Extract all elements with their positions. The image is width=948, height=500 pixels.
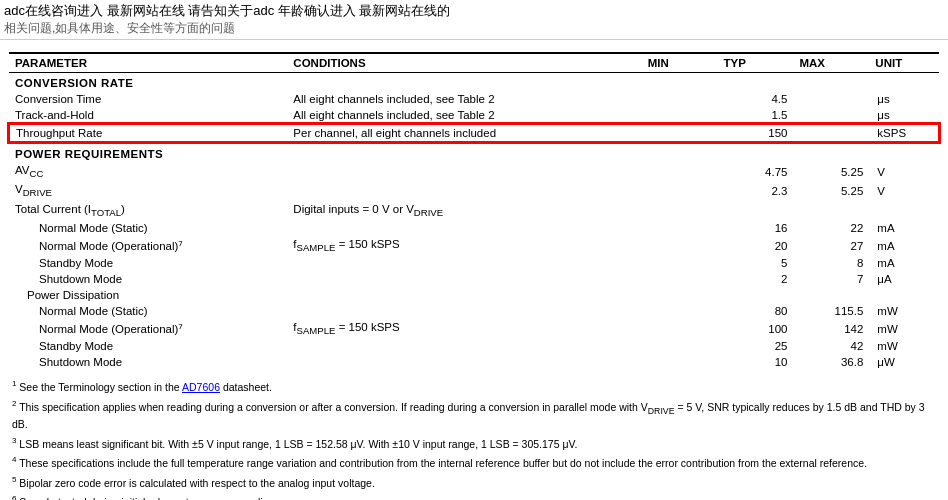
param-cell: Power Dissipation — [9, 287, 287, 303]
min-cell — [642, 319, 718, 338]
unit-cell: mA — [869, 255, 939, 271]
table-row: Standby Mode 5 8 mA — [9, 255, 939, 271]
max-cell: 115.5 — [793, 303, 869, 319]
min-cell — [642, 354, 718, 370]
min-cell — [642, 201, 718, 220]
table-row: Shutdown Mode 10 36.8 μW — [9, 354, 939, 370]
typ-cell: 10 — [718, 354, 794, 370]
table-row: VDRIVE 2.3 5.25 V — [9, 181, 939, 200]
unit-cell: μs — [869, 107, 939, 124]
table-row: Normal Mode (Operational)⁷ fSAMPLE = 150… — [9, 319, 939, 338]
conditions-cell — [287, 220, 641, 236]
typ-cell: 4.5 — [718, 91, 794, 107]
param-cell: Standby Mode — [9, 338, 287, 354]
param-cell: VDRIVE — [9, 181, 287, 200]
max-cell: 42 — [793, 338, 869, 354]
min-cell — [642, 107, 718, 124]
conditions-cell — [287, 287, 641, 303]
unit-cell: V — [869, 162, 939, 181]
typ-cell: 5 — [718, 255, 794, 271]
max-cell — [793, 91, 869, 107]
unit-cell: μW — [869, 354, 939, 370]
table-row: Total Current (ITOTAL) Digital inputs = … — [9, 201, 939, 220]
conditions-cell — [287, 255, 641, 271]
param-cell: Normal Mode (Operational)⁷ — [9, 236, 287, 255]
min-cell — [642, 162, 718, 181]
min-cell — [642, 287, 718, 303]
unit-cell: mW — [869, 338, 939, 354]
param-cell: Standby Mode — [9, 255, 287, 271]
table-row: Track-and-Hold All eight channels includ… — [9, 107, 939, 124]
table-row: Normal Mode (Static) 16 22 mA — [9, 220, 939, 236]
max-cell — [793, 287, 869, 303]
footnote-item: 5 Bipolar zero code error is calculated … — [12, 474, 936, 491]
min-cell — [642, 124, 718, 142]
max-cell — [793, 107, 869, 124]
typ-cell — [718, 287, 794, 303]
table-header-row: PARAMETER CONDITIONS MIN TYP MAX UNIT — [9, 53, 939, 73]
typ-cell: 16 — [718, 220, 794, 236]
col-header-typ: TYP — [718, 53, 794, 73]
max-cell: 22 — [793, 220, 869, 236]
max-cell: 27 — [793, 236, 869, 255]
footnote-item: 6 Sample tested during initial release t… — [12, 493, 936, 500]
col-header-min: MIN — [642, 53, 718, 73]
typ-cell: 150 — [718, 124, 794, 142]
param-cell: Throughput Rate — [9, 124, 287, 142]
min-cell — [642, 338, 718, 354]
table-row: Power Dissipation — [9, 287, 939, 303]
param-cell: AVCC — [9, 162, 287, 181]
unit-cell: mW — [869, 319, 939, 338]
min-cell — [642, 236, 718, 255]
conditions-cell: fSAMPLE = 150 kSPS — [287, 236, 641, 255]
table-row: Conversion Time All eight channels inclu… — [9, 91, 939, 107]
footnote-item: 1 See the Terminology section in the AD7… — [12, 378, 936, 395]
max-cell — [793, 201, 869, 220]
col-header-max: MAX — [793, 53, 869, 73]
typ-cell: 2 — [718, 271, 794, 287]
conditions-cell — [287, 303, 641, 319]
param-cell: Shutdown Mode — [9, 271, 287, 287]
typ-cell: 4.75 — [718, 162, 794, 181]
unit-cell: μA — [869, 271, 939, 287]
footnote-link[interactable]: AD7606 — [182, 381, 220, 393]
spec-table: PARAMETER CONDITIONS MIN TYP MAX UNIT CO… — [8, 52, 940, 370]
typ-cell: 2.3 — [718, 181, 794, 200]
conditions-cell — [287, 338, 641, 354]
param-cell: Track-and-Hold — [9, 107, 287, 124]
min-cell — [642, 181, 718, 200]
typ-cell: 25 — [718, 338, 794, 354]
conditions-cell: Digital inputs = 0 V or VDRIVE — [287, 201, 641, 220]
typ-cell — [718, 201, 794, 220]
conditions-cell — [287, 181, 641, 200]
param-cell: Total Current (ITOTAL) — [9, 201, 287, 220]
unit-cell: mW — [869, 303, 939, 319]
conditions-cell — [287, 162, 641, 181]
section-power: POWER REQUIREMENTS — [9, 142, 939, 162]
conditions-cell: All eight channels included, see Table 2 — [287, 107, 641, 124]
watermark-banner: adc在线咨询进入 最新网站在线 请告知关于adc 年龄确认进入 最新网站在线的… — [0, 0, 948, 40]
max-cell: 5.25 — [793, 181, 869, 200]
watermark-line2: 相关问题,如具体用途、安全性等方面的问题 — [4, 20, 944, 37]
table-row: Shutdown Mode 2 7 μA — [9, 271, 939, 287]
table-row: Normal Mode (Operational)⁷ fSAMPLE = 150… — [9, 236, 939, 255]
unit-cell: V — [869, 181, 939, 200]
min-cell — [642, 255, 718, 271]
max-cell — [793, 124, 869, 142]
max-cell: 142 — [793, 319, 869, 338]
footnote-item: 2 This specification applies when readin… — [12, 398, 936, 433]
min-cell — [642, 303, 718, 319]
col-header-param: PARAMETER — [9, 53, 287, 73]
max-cell: 7 — [793, 271, 869, 287]
conditions-cell: fSAMPLE = 150 kSPS — [287, 319, 641, 338]
watermark-line1: adc在线咨询进入 最新网站在线 请告知关于adc 年龄确认进入 最新网站在线的 — [4, 2, 944, 20]
typ-cell: 100 — [718, 319, 794, 338]
conditions-cell — [287, 271, 641, 287]
min-cell — [642, 220, 718, 236]
typ-cell: 1.5 — [718, 107, 794, 124]
main-content: PARAMETER CONDITIONS MIN TYP MAX UNIT CO… — [0, 52, 948, 500]
unit-cell: kSPS — [869, 124, 939, 142]
param-cell: Normal Mode (Static) — [9, 303, 287, 319]
param-cell: Normal Mode (Operational)⁷ — [9, 319, 287, 338]
max-cell: 8 — [793, 255, 869, 271]
